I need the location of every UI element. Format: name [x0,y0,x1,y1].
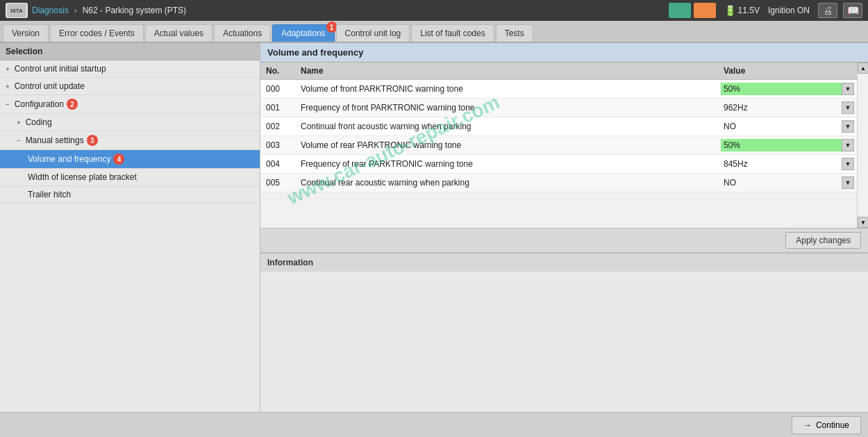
table-header: No. Name Value [260,63,857,80]
sidebar-section-header: Selection [0,43,260,60]
help-button[interactable]: 📖 [843,3,862,18]
cell-value-1: 962Hz▼ [718,99,857,117]
breadcrumb-module: N62 - Parking system (PTS) [83,6,186,15]
value-text-1: 962Hz [721,101,842,114]
cell-name-1: Frequency of front PARKTRONIC warning to… [295,99,718,117]
scroll-track [858,74,868,217]
cell-value-3: 50%▼ [718,136,857,155]
app-logo: ISTA [6,3,28,18]
sidebar-item-license-plate[interactable]: Width of license plate bracket [0,169,260,186]
tab-adaptations[interactable]: Adaptations1 [272,24,334,42]
sidebar-label-configuration: Configuration [15,99,64,109]
apply-bar: Apply changes [260,228,868,253]
sidebar-label-trailer-hitch: Trailer hitch [28,190,71,199]
dropdown-arrow-4[interactable]: ▼ [842,158,854,170]
cell-value-5: NO▼ [718,174,857,192]
sidebar-label-control-unit-initial: Control unit initial startup [15,64,106,74]
svg-text:ISTA: ISTA [10,8,23,14]
sidebar-toggle-control-unit-initial: + [6,65,12,73]
table-body: 000Volume of front PARKTRONIC warning to… [260,80,857,192]
tab-fault-codes[interactable]: List of fault codes [411,24,494,42]
bottom-bar: → Continue [0,412,868,437]
col-value: Value [718,63,857,80]
value-text-4: 845Hz [721,158,842,170]
sidebar-item-volume-frequency[interactable]: Volume and frequency4 [0,150,260,169]
dropdown-arrow-3[interactable]: ▼ [842,139,854,151]
value-text-5: NO [721,176,842,189]
section-title: Volume and frequency [260,43,868,63]
value-text-0: 50% [721,83,842,95]
sidebar-label-volume-frequency: Volume and frequency [28,154,110,164]
tabs-bar: VersionError codes / EventsActual values… [0,21,868,43]
sidebar-badge-configuration: 2 [67,99,78,110]
cell-name-3: Volume of rear PARKTRONIC warning tone [295,136,718,155]
cell-no-3: 003 [260,136,295,155]
cell-name-0: Volume of front PARKTRONIC warning tone [295,80,718,99]
cell-value-0: 50%▼ [718,80,857,99]
sidebar-item-coding[interactable]: + Coding [0,114,260,131]
main-content: Selection + Control unit initial startup… [0,43,868,437]
cell-no-5: 005 [260,174,295,192]
tab-actuations[interactable]: Actuations [214,24,271,42]
dropdown-arrow-5[interactable]: ▼ [842,176,854,189]
dropdown-arrow-1[interactable]: ▼ [842,101,854,114]
tab-control-unit-log[interactable]: Control unit log [336,24,410,42]
col-name: Name [295,63,718,80]
continue-icon: → [803,420,812,430]
sidebar-toggle-manual-settings: − [17,137,23,145]
col-no: No. [260,63,295,80]
dropdown-arrow-0[interactable]: ▼ [842,83,854,95]
cell-value-2: NO▼ [718,117,857,136]
value-text-3: 50% [721,139,842,151]
ignition-status: Ignition ON [768,6,810,15]
sidebar-label-manual-settings: Manual settings [26,135,84,145]
table-content: No. Name Value 000Volume of front PARKTR… [260,63,857,228]
sidebar-toggle-control-unit-update: + [6,83,12,90]
sidebar-item-control-unit-update[interactable]: + Control unit update [0,78,260,95]
table-row: 001Frequency of front PARKTRONIC warning… [260,99,857,117]
cell-name-2: Continual front acoustic warning when pa… [295,117,718,136]
tab-version[interactable]: Version [3,24,49,42]
sidebar-item-manual-settings[interactable]: − Manual settings3 [0,131,260,150]
scroll-down-button[interactable]: ▼ [858,217,868,228]
sidebar-item-control-unit-initial[interactable]: + Control unit initial startup [0,60,260,78]
dropdown-arrow-2[interactable]: ▼ [842,120,854,133]
sidebar-label-coding: Coding [26,117,52,127]
sidebar-badge-manual-settings: 3 [87,135,98,146]
tab-error-codes[interactable]: Error codes / Events [50,24,144,42]
breadcrumb-diagnosis[interactable]: Diagnosis [32,6,69,15]
sidebar-label-license-plate: Width of license plate bracket [28,172,137,182]
cell-name-5: Continual rear acoustic warning when par… [295,174,718,192]
information-section: Information [260,253,868,272]
data-table: No. Name Value 000Volume of front PARKTR… [260,63,857,192]
sidebar-item-configuration[interactable]: − Configuration2 [0,95,260,114]
cell-no-4: 004 [260,155,295,174]
sidebar-item-trailer-hitch[interactable]: Trailer hitch [0,186,260,204]
table-row: 003Volume of rear PARKTRONIC warning ton… [260,136,857,155]
apply-changes-button[interactable]: Apply changes [785,232,861,249]
table-row: 000Volume of front PARKTRONIC warning to… [260,80,857,99]
table-wrapper: No. Name Value 000Volume of front PARKTR… [260,63,868,228]
continue-button[interactable]: → Continue [792,416,861,434]
continue-label: Continue [816,420,849,430]
value-text-2: NO [721,120,842,133]
toolbar-icons: 🖨 📖 [818,3,862,18]
cell-no-0: 000 [260,80,295,99]
sidebar: Selection + Control unit initial startup… [0,43,260,437]
cell-no-2: 002 [260,117,295,136]
battery-indicator: 🔋 11.5V [724,5,760,16]
print-button[interactable]: 🖨 [818,3,837,18]
tab-tests[interactable]: Tests [496,24,533,42]
breadcrumb-sep: › [74,6,77,15]
cell-value-4: 845Hz▼ [718,155,857,174]
top-bar: ISTA Diagnosis › N62 - Parking system (P… [0,0,868,21]
scroll-up-button[interactable]: ▲ [858,63,868,74]
table-scrollbar: ▲ ▼ [857,63,868,228]
top-bar-right: 🔋 11.5V Ignition ON 🖨 📖 [669,3,862,18]
cell-no-1: 001 [260,99,295,117]
table-row: 005Continual rear acoustic warning when … [260,174,857,192]
sidebar-badge-volume-frequency: 4 [113,154,124,165]
table-row: 002Continual front acoustic warning when… [260,117,857,136]
table-row: 004Frequency of rear PARKTRONIC warning … [260,155,857,174]
tab-actual-values[interactable]: Actual values [145,24,212,42]
